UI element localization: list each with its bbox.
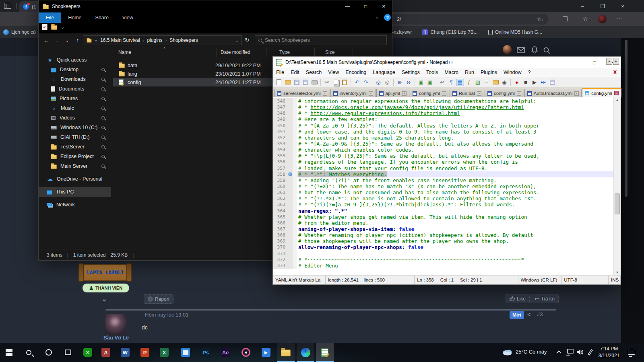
sidebar-item-documents[interactable]: Documents (39, 84, 111, 94)
bookmark-margin[interactable] (287, 110, 293, 116)
bookmark-margin[interactable] (287, 238, 293, 244)
document-list-icon[interactable]: ≣ (483, 79, 491, 86)
fold-margin[interactable] (293, 183, 297, 189)
tab-close-icon[interactable]: × (614, 91, 619, 95)
scrollbar-thumb[interactable] (615, 193, 620, 214)
menu-language[interactable]: Language (369, 70, 398, 75)
code-line-348[interactable]: 348# * http://www.regular-expressions.in… (273, 110, 613, 116)
excel-app[interactable]: X (155, 343, 173, 362)
start-button[interactable] (0, 343, 18, 362)
show-all-characters-icon[interactable]: ¶ (447, 79, 455, 86)
bookmark-margin[interactable] (287, 141, 293, 147)
bookmark-margin[interactable] (287, 220, 293, 226)
mail-icon[interactable] (517, 47, 525, 53)
notepadpp-maximize-button[interactable]: □ (585, 57, 604, 68)
code-line-356[interactable]: 356# regardless of the language. If you … (273, 159, 613, 165)
editor-tab-config-yml[interactable]: config.yml× (582, 88, 621, 97)
bookmark-margin[interactable] (287, 159, 293, 165)
tab-close-icon[interactable]: × (369, 91, 373, 96)
report-button[interactable]: i Report (144, 294, 173, 304)
bookmark-online-md5-hash-g[interactable]: Online MD5 Hash G... (488, 29, 542, 35)
indent-guide-icon[interactable]: ▦ (456, 79, 464, 86)
fold-margin[interactable] (293, 171, 297, 177)
code-line-347[interactable]: 347# * https://docs.oracle.com/javase/9/… (273, 104, 613, 110)
movies-app[interactable]: ▶ (257, 343, 275, 362)
document-map-icon[interactable]: ▧ (474, 79, 482, 86)
tab-scroll-left-icon[interactable]: ◄ (606, 58, 612, 65)
calendar-app[interactable] (177, 343, 194, 362)
bookmark-chung-c19-l-p-7b[interactable]: TChung (C19 Lớp 7B... (422, 29, 477, 35)
code-line-370[interactable]: 370allow-renaming-of-player-npc-shops: f… (273, 244, 613, 250)
undo-icon[interactable]: ↶ (353, 79, 361, 86)
tab-close-icon[interactable]: × (477, 91, 481, 96)
function-list-icon[interactable]: ƒ (465, 79, 473, 86)
macro-record-icon[interactable]: ● (513, 79, 521, 86)
tab-close-icon[interactable]: × (574, 91, 579, 96)
fold-margin[interactable] (293, 147, 297, 153)
cut-icon[interactable]: ✂ (323, 79, 331, 86)
code-line-352[interactable]: 352# characters and can be maximal 25 ch… (273, 135, 613, 141)
notepadpp-app[interactable] (316, 343, 334, 362)
word-app[interactable]: W (116, 343, 134, 362)
customize-qat-icon[interactable]: ⌄ (61, 25, 64, 30)
bookmark-margin[interactable] (287, 202, 293, 208)
editor-tab-config-yml[interactable]: config.yml× (485, 89, 524, 97)
sync-horizontal-icon[interactable]: ▣ (426, 79, 434, 86)
sidebar-item-this-pc[interactable]: This PC (39, 187, 111, 197)
editor-scrollbar[interactable]: ▲ ▼ (613, 97, 621, 275)
editor-tab-inventory-yml[interactable]: inventory.yml× (330, 89, 376, 97)
fold-margin[interactable] (293, 159, 297, 165)
vertical-tabs-icon[interactable] (4, 3, 11, 9)
properties-icon[interactable]: ✓ (42, 24, 47, 30)
replace-icon[interactable]: ◎ (383, 79, 391, 86)
breadcrumb-truncation[interactable]: « (95, 38, 97, 43)
sidebar-item-network[interactable]: Network (39, 200, 111, 210)
like-button[interactable]: Like (506, 294, 530, 303)
cortana-button[interactable] (40, 343, 58, 362)
fold-margin[interactable] (293, 251, 297, 257)
bookmark-margin[interactable] (287, 98, 293, 104)
collapse-chevron-icon[interactable]: ⌄ (101, 295, 107, 303)
post-timestamp[interactable]: Hôm nay lúc 13:01 (145, 312, 188, 318)
fold-margin[interactable] (293, 214, 297, 220)
macro-play-icon[interactable]: ▶ (530, 79, 539, 86)
sidebar-item-pictures[interactable]: Pictures (39, 94, 111, 103)
fold-margin[interactable] (293, 116, 297, 122)
column-size[interactable]: Size (325, 49, 334, 55)
code-line-360[interactable]: 360# * "(?=X)": The name has to match "X… (273, 183, 613, 189)
code-line-354[interactable]: 354# character which enables color codes… (273, 147, 613, 153)
code-editor[interactable]: 346# information on regular expressions … (273, 97, 613, 275)
fold-margin[interactable] (293, 135, 297, 141)
breadcrumb-segment-shopkeepers[interactable]: Shopkeepers (169, 37, 198, 43)
tab-close-icon[interactable]: × (517, 91, 521, 96)
menu-settings[interactable]: Settings (398, 70, 423, 75)
bookmark-margin[interactable] (287, 135, 293, 141)
save-icon[interactable] (293, 79, 301, 86)
editor-tab-api-yml[interactable]: api.yml× (376, 89, 409, 97)
menu-edit[interactable]: Edit (287, 70, 303, 75)
ribbon-tab-view[interactable]: View (116, 12, 140, 23)
sidebar-item-videos[interactable]: Videos (39, 113, 111, 123)
code-line-373[interactable]: 373# Editor Menu (273, 263, 613, 269)
menu-run[interactable]: Run (462, 70, 477, 75)
zoom-out-icon[interactable]: ⊖ (405, 79, 413, 86)
code-link[interactable]: http://www.regular-expressions.info/tuto… (310, 110, 460, 116)
fold-margin[interactable] (293, 232, 297, 238)
fold-margin[interactable] (293, 244, 297, 250)
browser-close-button[interactable]: × (613, 0, 632, 12)
bookmark-margin[interactable] (287, 171, 293, 177)
save-all-icon[interactable] (301, 79, 310, 86)
favorite-add-icon[interactable]: ☆₊ (537, 16, 544, 22)
explorer-maximize-button[interactable]: □ (357, 0, 375, 12)
sidebar-item-eclipse-project[interactable]: Eclipse Project (39, 152, 111, 161)
print-icon[interactable] (310, 79, 318, 86)
code-line-367[interactable]: 367naming-of-player-shops-via-item: fals… (273, 226, 613, 232)
code-line-369[interactable]: 369# those shopkeepers will be named aft… (273, 238, 613, 244)
sidebar-item-windows-10-c[interactable]: Windows 10 (C:) (39, 123, 111, 132)
bookmark-margin[interactable] (287, 208, 293, 214)
folder-as-workspace-icon[interactable] (491, 79, 500, 86)
forum-search-icon[interactable] (543, 47, 551, 54)
sidebar-item-quick-access[interactable]: Quick access (39, 55, 111, 65)
fold-margin[interactable] (293, 129, 297, 135)
bookmark-margin[interactable] (287, 165, 293, 171)
